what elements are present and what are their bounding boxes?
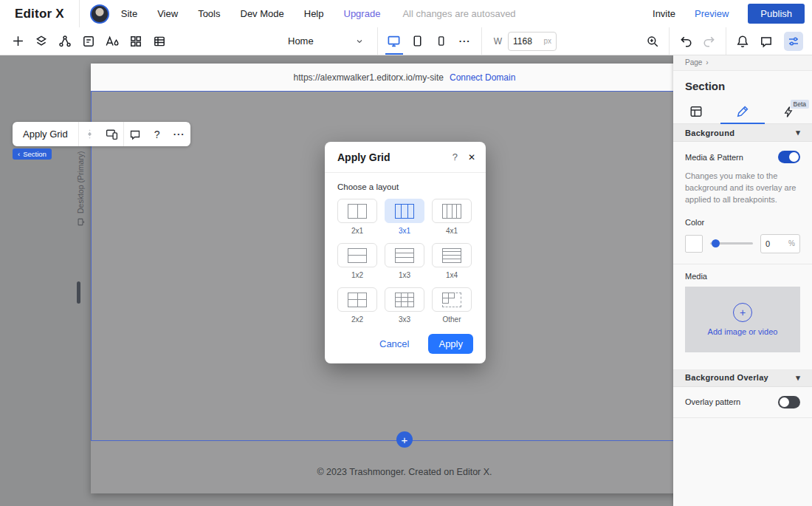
tab-interactions[interactable]: Beta	[765, 100, 812, 123]
breakpoint-mobile-icon[interactable]	[430, 27, 453, 55]
grid-3x3-icon	[395, 293, 414, 307]
main-menu: Site View Tools Dev Mode Help Upgrade	[121, 8, 381, 19]
layout-tile[interactable]: 1x3	[385, 243, 424, 279]
toolbar-left-icons	[6, 27, 171, 55]
width-label: W	[494, 36, 502, 47]
overlay-header-label: Background Overlay	[685, 373, 768, 382]
divider	[481, 27, 482, 55]
layout-tile[interactable]: 2x1	[337, 199, 377, 235]
overlay-pattern-toggle[interactable]	[778, 396, 800, 408]
menu-help[interactable]: Help	[304, 8, 324, 19]
color-swatch[interactable]	[685, 235, 703, 253]
apply-grid-modal: Apply Grid ? ✕ Choose a layout 2x1 3x1 4…	[325, 142, 486, 363]
modal-footer: Cancel Apply	[325, 324, 486, 364]
panel-tabs: Beta	[673, 100, 812, 124]
divider	[79, 0, 80, 27]
opacity-input[interactable]: 0 %	[760, 234, 800, 253]
user-avatar[interactable]	[90, 4, 109, 24]
background-section-header[interactable]: Background ▾	[673, 124, 812, 142]
layout-options-grid: 2x1 3x1 4x1 1x2 1x3 1x4 2x2 3x3 Other	[337, 199, 473, 324]
media-pattern-label: Media & Pattern	[685, 153, 743, 162]
modal-header: Apply Grid ? ✕	[325, 142, 486, 173]
breadcrumb-page[interactable]: Page	[685, 58, 702, 66]
breakpoint-label: Desktop (Primary)	[76, 151, 85, 213]
section-badge[interactable]: ‹ Section	[13, 148, 52, 160]
stretch-icon[interactable]	[79, 122, 101, 146]
tab-design[interactable]	[720, 100, 766, 123]
comment-icon[interactable]	[124, 122, 146, 146]
redo-icon[interactable]	[698, 27, 721, 55]
media-pattern-toggle[interactable]	[778, 151, 800, 163]
slider-thumb[interactable]	[712, 239, 720, 247]
add-section-button[interactable]: +	[396, 431, 413, 448]
menu-site[interactable]: Site	[121, 8, 137, 19]
apps-icon[interactable]	[124, 27, 148, 55]
tab-layout[interactable]	[673, 100, 720, 123]
theme-text-icon[interactable]	[100, 27, 124, 55]
inspector-toggle-icon[interactable]	[784, 32, 803, 51]
layers-icon[interactable]	[30, 27, 53, 55]
width-value: 1168	[513, 36, 540, 47]
color-label: Color	[673, 206, 812, 227]
site-structure-icon[interactable]	[53, 27, 77, 55]
layout-tile[interactable]: 4x1	[432, 199, 472, 235]
devices-icon[interactable]	[101, 122, 123, 146]
publish-button[interactable]: Publish	[748, 4, 805, 24]
notifications-bell-icon[interactable]	[731, 27, 754, 55]
chevron-left-icon: ‹	[18, 150, 20, 158]
breakpoint-desktop-icon[interactable]	[382, 27, 406, 55]
breakpoint-more-icon[interactable]: ···	[453, 27, 477, 55]
site-url: https://alexmwalker1.editorx.io/my-site	[294, 72, 444, 83]
menu-view[interactable]: View	[157, 8, 178, 19]
section-resize-handle[interactable]	[77, 281, 80, 304]
chevron-down-icon: ▾	[796, 128, 800, 137]
layout-tile[interactable]: 3x3	[385, 287, 424, 324]
breadcrumb[interactable]: Page ›	[673, 55, 812, 71]
content-manager-icon[interactable]	[148, 27, 171, 55]
opacity-slider[interactable]	[710, 242, 753, 245]
menu-upgrade[interactable]: Upgrade	[344, 8, 381, 19]
divider	[377, 27, 378, 55]
grid-4x1-icon	[442, 204, 461, 219]
add-element-icon[interactable]	[6, 27, 30, 55]
apply-button[interactable]: Apply	[428, 334, 473, 354]
more-actions-icon[interactable]: ···	[168, 122, 190, 146]
undo-icon[interactable]	[674, 27, 698, 55]
media-label: Media	[673, 264, 812, 287]
modal-help-icon[interactable]: ?	[453, 151, 458, 163]
layout-tile[interactable]: 2x2	[337, 287, 377, 324]
site-url-bar: https://alexmwalker1.editorx.io/my-site …	[91, 64, 718, 91]
spacer	[673, 352, 812, 369]
apply-grid-button[interactable]: Apply Grid	[13, 129, 78, 140]
breakpoint-indicator[interactable]: Desktop (Primary)	[76, 151, 85, 226]
grid-2x2-icon	[348, 293, 367, 307]
menu-tools[interactable]: Tools	[198, 8, 220, 19]
zoom-icon[interactable]	[641, 27, 664, 55]
background-overlay-header[interactable]: Background Overlay ▾	[673, 369, 812, 387]
autosave-status: All changes are autosaved	[402, 8, 515, 19]
section-badge-label: Section	[23, 150, 47, 158]
connect-domain-link[interactable]: Connect Domain	[450, 72, 515, 83]
media-upload-area[interactable]: + Add image or video	[685, 287, 800, 352]
layout-tile[interactable]: 3x1	[385, 199, 424, 235]
cancel-button[interactable]: Cancel	[375, 338, 413, 350]
help-icon[interactable]: ?	[146, 122, 168, 146]
modal-close-icon[interactable]: ✕	[468, 152, 475, 163]
pages-panel-icon[interactable]	[77, 27, 100, 55]
color-controls-row: 0 %	[673, 227, 812, 264]
preview-link[interactable]: Preview	[695, 8, 729, 19]
editor-toolbar: Home ··· W 1168 px	[0, 27, 812, 55]
menu-dev-mode[interactable]: Dev Mode	[241, 8, 284, 19]
comments-icon[interactable]	[754, 27, 778, 55]
layout-tile[interactable]: 1x4	[432, 243, 472, 279]
chevron-down-icon	[355, 37, 364, 46]
breakpoint-tablet-icon[interactable]	[406, 27, 430, 55]
top-menu-bar: Editor X Site View Tools Dev Mode Help U…	[0, 0, 812, 28]
layout-tile[interactable]: Other	[432, 287, 472, 324]
invite-link[interactable]: Invite	[653, 8, 675, 19]
layout-tile[interactable]: 1x2	[337, 243, 377, 279]
grid-other-icon	[442, 293, 461, 307]
width-input[interactable]: 1168 px	[508, 32, 557, 51]
overlay-pattern-row: Overlay pattern	[673, 387, 812, 418]
page-selector-dropdown[interactable]: Home	[279, 35, 373, 47]
